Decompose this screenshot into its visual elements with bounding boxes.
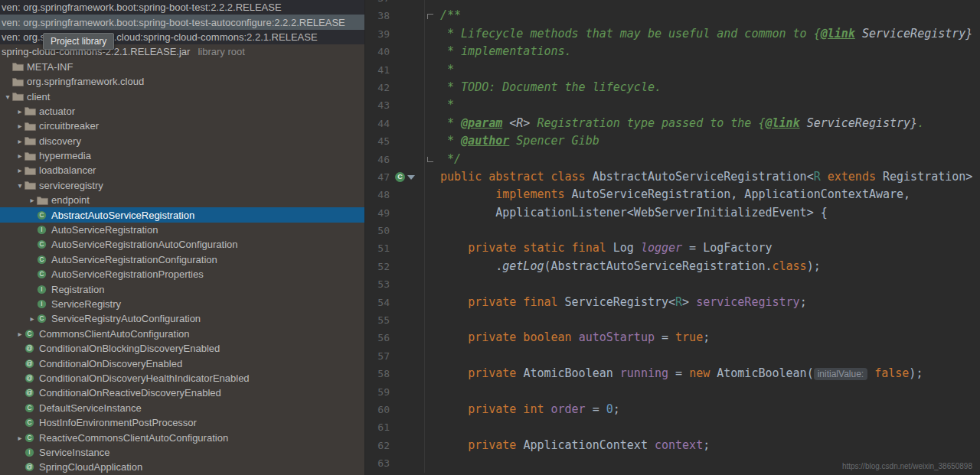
chevron-collapsed-icon[interactable]: ▸ xyxy=(15,151,24,160)
line-number[interactable]: 48 xyxy=(365,186,393,203)
chevron-expanded-icon[interactable]: ▾ xyxy=(3,93,12,101)
line-number[interactable]: 45 xyxy=(365,132,393,150)
line-number[interactable]: 57 xyxy=(365,347,393,365)
code-line[interactable]: 47Cpublic abstract class AbstractAutoSer… xyxy=(365,168,980,186)
tree-item[interactable]: IServiceRegistry xyxy=(0,297,364,311)
code-line[interactable]: 38/** xyxy=(365,7,980,24)
code-line[interactable]: 55 xyxy=(365,311,980,329)
line-number[interactable]: 50 xyxy=(365,222,393,239)
chevron-collapsed-icon[interactable]: ▸ xyxy=(28,314,37,323)
code-line[interactable]: 62 private ApplicationContext context; xyxy=(365,437,980,454)
code-line[interactable]: 40 * implementations. xyxy=(365,43,980,60)
tree-item[interactable]: IAutoServiceRegistration xyxy=(0,223,364,237)
line-number[interactable]: 59 xyxy=(365,383,393,401)
code-line[interactable]: 42 * TODO: Document the lifecycle. xyxy=(365,79,980,96)
tree-item[interactable]: ▾serviceregistry xyxy=(0,178,364,193)
fold-marker-icon[interactable] xyxy=(427,157,433,162)
code-line[interactable]: 59 xyxy=(365,383,980,401)
line-number[interactable]: 41 xyxy=(365,61,393,79)
code-line[interactable]: 50 xyxy=(365,222,980,239)
tree-item[interactable]: CDefaultServiceInstance xyxy=(0,401,364,415)
line-number[interactable]: 44 xyxy=(365,115,393,132)
tree-item[interactable]: IRegistration xyxy=(0,281,364,296)
line-number[interactable]: 49 xyxy=(365,204,393,222)
library-item[interactable]: ven: org.springframework.boot:spring-boo… xyxy=(0,15,364,29)
tree-item[interactable]: ▸actuator xyxy=(0,104,364,119)
line-number[interactable]: 61 xyxy=(365,418,393,436)
tree-item[interactable]: ▸CCommonsClientAutoConfiguration xyxy=(0,327,364,341)
code-line[interactable]: 41 * xyxy=(365,61,980,79)
class-gutter-icon[interactable]: C xyxy=(395,172,405,182)
interface-icon: I xyxy=(37,285,51,294)
chevron-collapsed-icon[interactable]: ▸ xyxy=(28,196,37,204)
chevron-expanded-icon[interactable]: ▾ xyxy=(15,181,24,190)
tree-item[interactable]: ▸loadbalancer xyxy=(0,163,364,177)
tree-item[interactable]: CAutoServiceRegistrationProperties xyxy=(0,267,364,281)
line-number[interactable]: 46 xyxy=(365,151,393,168)
line-number[interactable]: 40 xyxy=(365,43,393,60)
tree-item[interactable]: @SpringCloudApplication xyxy=(0,460,364,474)
code-line[interactable]: 52 .getLog(AbstractAutoServiceRegistrati… xyxy=(365,258,980,275)
tree-item[interactable]: META-INF xyxy=(0,60,364,74)
code-line[interactable]: 58 private AtomicBoolean running = new A… xyxy=(365,365,980,382)
line-number[interactable]: 63 xyxy=(365,454,393,472)
implementations-gutter-icon[interactable] xyxy=(407,175,415,180)
code-line[interactable]: 49 ApplicationListener<WebServerInitiali… xyxy=(365,204,980,222)
line-number[interactable]: 60 xyxy=(365,401,393,418)
chevron-collapsed-icon[interactable]: ▸ xyxy=(15,122,24,130)
chevron-collapsed-icon[interactable]: ▸ xyxy=(15,330,24,338)
tree-item[interactable]: @ConditionalOnReactiveDiscoveryEnabled xyxy=(0,386,364,400)
chevron-collapsed-icon[interactable]: ▸ xyxy=(15,137,24,145)
code-line[interactable]: 46 */ xyxy=(365,151,980,168)
tree-item[interactable]: @ConditionalOnDiscoveryEnabled xyxy=(0,356,364,370)
tree-item[interactable]: ▾client xyxy=(0,89,364,103)
line-number[interactable]: 55 xyxy=(365,311,393,329)
code-line[interactable]: 57 xyxy=(365,347,980,365)
line-number[interactable]: 43 xyxy=(365,96,393,114)
chevron-collapsed-icon[interactable]: ▸ xyxy=(15,107,24,115)
line-number[interactable]: 53 xyxy=(365,275,393,293)
line-number[interactable]: 51 xyxy=(365,239,393,257)
code-line[interactable]: 60 private int order = 0; xyxy=(365,401,980,418)
code-line[interactable]: 61 xyxy=(365,418,980,436)
tree-item[interactable]: ▸hypermedia xyxy=(0,148,364,163)
code-line[interactable]: 43 * xyxy=(365,96,980,114)
code-line[interactable]: 45 * @author Spencer Gibb xyxy=(365,132,980,150)
line-number[interactable]: 54 xyxy=(365,294,393,311)
code-line[interactable]: 51 private static final Log logger = Log… xyxy=(365,239,980,257)
code-line[interactable]: 37 xyxy=(365,0,980,7)
library-item[interactable]: ven: org.springframework.boot:spring-boo… xyxy=(0,0,364,15)
tree-item[interactable]: ▸circuitbreaker xyxy=(0,119,364,133)
code-line[interactable]: 44 * @param <R> Registration type passed… xyxy=(365,115,980,132)
line-number[interactable]: 42 xyxy=(365,79,393,96)
line-number[interactable]: 58 xyxy=(365,365,393,382)
editor-pane[interactable]: 3738/**39 * Lifecycle methods that may b… xyxy=(365,0,980,475)
line-number[interactable]: 52 xyxy=(365,258,393,275)
line-number[interactable]: 39 xyxy=(365,25,393,43)
line-number[interactable]: 56 xyxy=(365,329,393,346)
code-line[interactable]: 54 private final ServiceRegistry<R> serv… xyxy=(365,294,980,311)
chevron-collapsed-icon[interactable]: ▸ xyxy=(15,434,24,442)
line-number[interactable]: 47 xyxy=(365,168,393,186)
code-line[interactable]: 56 private boolean autoStartup = true; xyxy=(365,329,980,346)
line-number[interactable]: 38 xyxy=(365,7,393,24)
tree-item[interactable]: ▸CReactiveCommonsClientAutoConfiguration xyxy=(0,430,364,444)
tree-item[interactable]: IServiceInstance xyxy=(0,445,364,460)
fold-marker-icon[interactable] xyxy=(427,14,433,19)
line-number[interactable]: 37 xyxy=(365,0,393,7)
code-line[interactable]: 53 xyxy=(365,275,980,293)
tree-item[interactable]: @ConditionalOnBlockingDiscoveryEnabled xyxy=(0,341,364,356)
code-line[interactable]: 48 implements AutoServiceRegistration, A… xyxy=(365,186,980,203)
code-line[interactable]: 39 * Lifecycle methods that may be usefu… xyxy=(365,25,980,43)
line-number[interactable]: 62 xyxy=(365,437,393,454)
tree-item[interactable]: ▸discovery xyxy=(0,134,364,148)
tree-item[interactable]: @ConditionalOnDiscoveryHealthIndicatorEn… xyxy=(0,371,364,386)
tree-item[interactable]: CAutoServiceRegistrationAutoConfiguratio… xyxy=(0,237,364,252)
tree-item[interactable]: CHostInfoEnvironmentPostProcessor xyxy=(0,415,364,430)
tree-item[interactable]: ▸CServiceRegistryAutoConfiguration xyxy=(0,311,364,326)
tree-item[interactable]: org.springframework.cloud xyxy=(0,74,364,89)
tree-item[interactable]: ▸endpoint xyxy=(0,193,364,207)
chevron-collapsed-icon[interactable]: ▸ xyxy=(15,166,24,174)
tree-item[interactable]: CAutoServiceRegistrationConfiguration xyxy=(0,252,364,267)
tree-item[interactable]: CAbstractAutoServiceRegistration xyxy=(0,207,364,222)
